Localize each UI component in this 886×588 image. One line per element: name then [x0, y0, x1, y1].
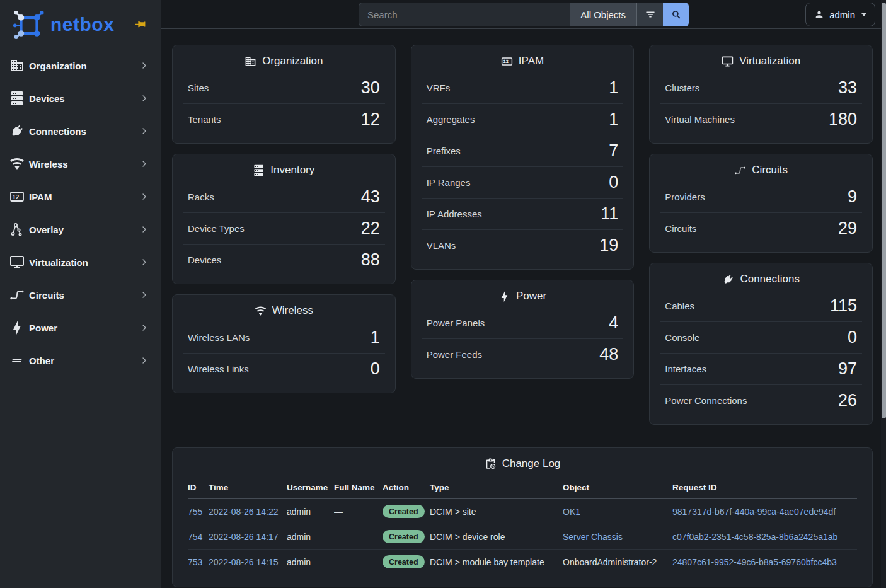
stat-value[interactable]: 115 — [830, 296, 857, 316]
stat-label: Clusters — [665, 83, 699, 93]
sidebar: netbox Organization Devices Connections — [0, 0, 161, 588]
change-time-link[interactable]: 2022-08-26 14:22 — [209, 507, 279, 517]
stat-value[interactable]: 88 — [361, 250, 380, 270]
stat-label: Console — [665, 332, 699, 343]
stat-value[interactable]: 11 — [601, 204, 618, 224]
pin-sidebar-icon[interactable] — [134, 18, 146, 30]
sidebar-item-devices[interactable]: Devices — [0, 82, 161, 115]
lightning-bolt-icon — [498, 291, 510, 303]
user-menu-button[interactable]: admin — [805, 3, 875, 26]
stat-label: Devices — [188, 255, 221, 265]
chevron-right-icon — [139, 126, 149, 136]
stats-card-power: Power Power Panels 4 Power Feeds 48 — [411, 280, 635, 379]
column-header-object: Object — [563, 476, 672, 499]
request-id-link[interactable]: 24807c61-9952-49c6-b8a5-69760bfcc4b3 — [672, 557, 837, 567]
change-type: DCIM > device role — [430, 532, 505, 542]
stat-value[interactable]: 4 — [609, 313, 618, 333]
netbox-wordmark[interactable]: netbox — [50, 14, 114, 35]
svg-text:12: 12 — [13, 194, 20, 200]
change-id-link[interactable]: 753 — [188, 557, 202, 567]
stat-value[interactable]: 7 — [609, 141, 618, 161]
sidebar-item-wireless[interactable]: Wireless — [0, 147, 161, 180]
stat-value[interactable]: 180 — [829, 109, 857, 130]
stat-value[interactable]: 9 — [848, 187, 857, 207]
sidebar-item-virtualization[interactable]: Virtualization — [0, 246, 161, 279]
stat-row: Power Feeds 48 — [422, 338, 624, 370]
chevron-right-icon — [139, 323, 149, 333]
change-object-link[interactable]: Server Chassis — [563, 532, 623, 542]
change-id-link[interactable]: 755 — [188, 507, 202, 517]
object-type-dropdown[interactable]: All Objects — [570, 3, 636, 26]
sidebar-nav: Organization Devices Connections Wireles… — [0, 49, 161, 377]
stat-value[interactable]: 48 — [599, 344, 618, 365]
stat-value[interactable]: 0 — [371, 359, 380, 379]
stat-row: Console 0 — [660, 321, 862, 353]
stat-value[interactable]: 1 — [609, 109, 618, 130]
action-badge: Created — [383, 505, 425, 518]
changelog-card: Change Log ID Time Username — [172, 447, 873, 587]
search-input[interactable] — [359, 3, 570, 26]
chevron-right-icon — [139, 257, 149, 267]
stat-value[interactable]: 30 — [361, 78, 380, 98]
stat-value[interactable]: 26 — [838, 390, 857, 411]
wifi-icon — [255, 305, 267, 317]
stat-label: Circuits — [665, 223, 696, 234]
dashboard-content: Organization Sites 30 Tenants 12 — [161, 29, 886, 588]
chevron-right-icon — [139, 93, 149, 103]
stat-label: Device Types — [188, 223, 245, 234]
stat-label: Racks — [188, 192, 214, 202]
change-object-link[interactable]: OK1 — [563, 507, 580, 517]
sidebar-item-other[interactable]: Other — [0, 344, 161, 377]
stat-value[interactable]: 0 — [848, 327, 857, 348]
search-icon — [670, 9, 682, 20]
card-title-text: IPAM — [519, 55, 544, 67]
window-scrollbar — [881, 0, 886, 588]
search-submit-button[interactable] — [663, 3, 689, 26]
stats-card-ipam: 12 IPAM VRFs 1 Aggregates 1 — [411, 45, 635, 270]
stat-value[interactable]: 0 — [609, 172, 618, 193]
request-id-link[interactable]: c07f0ab2-2351-4c58-825a-8b6a2425a1ab — [672, 532, 837, 542]
sidebar-item-overlay[interactable]: Overlay — [0, 213, 161, 246]
sidebar-item-label: Power — [29, 323, 139, 333]
stat-label: Sites — [188, 83, 209, 93]
stat-value[interactable]: 97 — [838, 359, 857, 379]
changelog-row: 753 2022-08-26 14:15 admin — Created DCI… — [188, 550, 857, 575]
change-fullname: — — [334, 507, 343, 517]
stat-label: Providers — [665, 192, 705, 202]
card-title-text: Circuits — [752, 164, 788, 176]
sidebar-item-power[interactable]: Power — [0, 311, 161, 344]
change-id-link[interactable]: 754 — [188, 532, 202, 542]
stat-value[interactable]: 1 — [371, 327, 380, 348]
stat-value[interactable]: 19 — [599, 235, 618, 256]
stat-label: Wireless Links — [188, 364, 249, 374]
sidebar-item-connections[interactable]: Connections — [0, 115, 161, 147]
filter-button[interactable] — [636, 3, 663, 26]
sidebar-item-organization[interactable]: Organization — [0, 49, 161, 82]
stat-row: IP Addresses 11 — [422, 198, 624, 229]
stat-label: Tenants — [188, 114, 221, 125]
sidebar-item-label: Circuits — [29, 290, 139, 301]
stat-value[interactable]: 43 — [361, 187, 380, 207]
stat-row: Wireless Links 0 — [183, 353, 385, 384]
request-id-link[interactable]: 9817317d-b67f-440a-99ca-4ae07ede94df — [672, 507, 836, 517]
change-time-link[interactable]: 2022-08-26 14:17 — [209, 532, 279, 542]
change-time-link[interactable]: 2022-08-26 14:15 — [209, 557, 279, 567]
stat-row: Wireless LANs 1 — [183, 322, 385, 353]
card-title-text: Connections — [740, 273, 800, 285]
stat-value[interactable]: 1 — [609, 78, 618, 98]
netbox-logo-icon[interactable] — [11, 10, 47, 40]
stat-value[interactable]: 29 — [838, 218, 857, 239]
scrollbar-thumb[interactable] — [882, 3, 886, 418]
sidebar-item-circuits[interactable]: Circuits — [0, 279, 161, 311]
stat-label: Power Panels — [427, 318, 485, 328]
sidebar-item-ipam[interactable]: 12 IPAM — [0, 180, 161, 213]
stat-value[interactable]: 12 — [361, 109, 380, 130]
netbox-dashboard: netbox Organization Devices Connections — [0, 0, 886, 588]
change-username: admin — [287, 557, 311, 567]
card-header: Connections — [650, 263, 872, 291]
stat-value[interactable]: 22 — [361, 218, 380, 239]
stat-value[interactable]: 33 — [838, 78, 857, 98]
monitor-icon — [722, 55, 734, 67]
stat-label: Aggregates — [427, 114, 475, 125]
column-header-id: ID — [188, 476, 209, 499]
